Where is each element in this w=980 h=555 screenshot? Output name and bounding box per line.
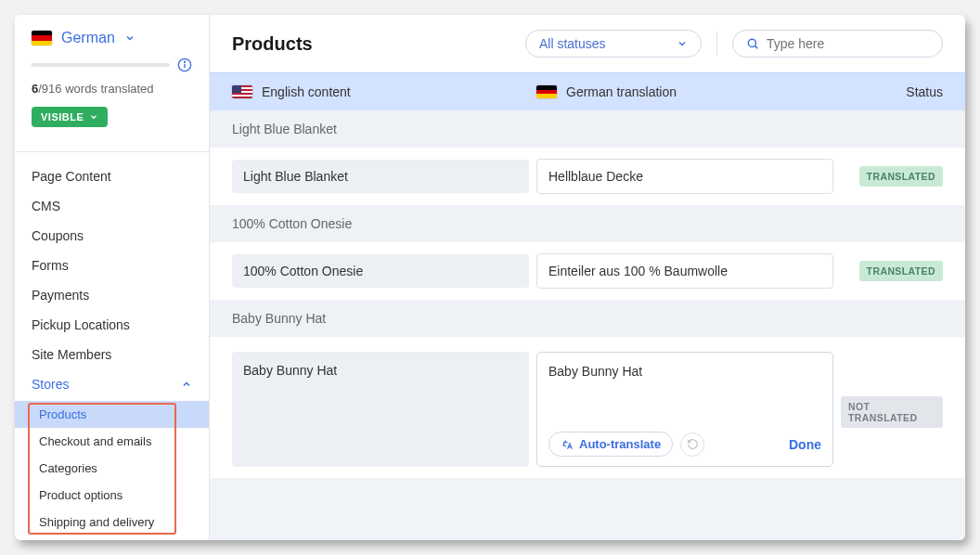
visibility-toggle[interactable]: VISIBLE: [32, 107, 108, 127]
sidebar-item-payments[interactable]: Payments: [15, 280, 209, 310]
subnav-item-products[interactable]: Products: [15, 401, 209, 428]
main-area: Products All statuses English content: [210, 15, 965, 540]
status-badge: NOT TRANSLATED: [841, 396, 943, 428]
search-input[interactable]: [767, 36, 929, 51]
done-button[interactable]: Done: [789, 437, 821, 452]
language-header: German 6/916 words translated VISIBLE: [15, 15, 209, 138]
progress-row: [32, 58, 192, 72]
subnav-item-categories[interactable]: Categories: [15, 455, 209, 482]
sidebar-item-pickup-locations[interactable]: Pickup Locations: [15, 310, 209, 340]
info-icon[interactable]: [177, 58, 192, 72]
subnav-item-shipping[interactable]: Shipping and delivery: [15, 509, 209, 536]
col-english: English content: [232, 84, 529, 99]
group-header: Baby Bunny Hat: [210, 300, 965, 337]
sidebar-item-stores[interactable]: Stores: [15, 369, 209, 399]
sidebar-item-forms[interactable]: Forms: [15, 251, 209, 280]
editor-actions: Auto-translate Done: [548, 432, 821, 457]
chevron-up-icon: [181, 379, 192, 390]
svg-point-2: [184, 61, 185, 62]
visibility-label: VISIBLE: [41, 111, 84, 123]
stores-subnav: Products Checkout and emails Categories …: [15, 399, 209, 537]
language-selector[interactable]: German: [32, 30, 192, 46]
source-text: Baby Bunny Hat: [232, 352, 529, 467]
subnav-item-product-options[interactable]: Product options: [15, 482, 209, 509]
target-input[interactable]: Hellblaue Decke: [536, 159, 833, 194]
search-box[interactable]: [732, 30, 943, 58]
status-filter-label: All statuses: [539, 36, 606, 51]
words-total: 916: [42, 82, 62, 96]
target-input[interactable]: Einteiler aus 100 % Baumwolle: [536, 253, 833, 289]
status-cell: TRANSLATED: [841, 261, 943, 281]
col-german-label: German translation: [566, 84, 677, 99]
app-window: German 6/916 words translated VISIBLE: [15, 15, 965, 540]
col-german: German translation: [536, 84, 833, 99]
divider: [716, 32, 717, 56]
search-icon: [746, 37, 759, 50]
col-status-label: Status: [841, 84, 943, 99]
col-english-label: English content: [262, 84, 351, 99]
translation-row: Light Blue Blanket Hellblaue Decke TRANS…: [210, 148, 965, 205]
progress-fill: [32, 63, 32, 67]
chevron-down-icon: [89, 112, 98, 122]
auto-translate-label: Auto-translate: [579, 437, 661, 451]
topbar: Products All statuses: [210, 15, 965, 72]
sidebar-nav: Page Content CMS Coupons Forms Payments …: [15, 152, 209, 540]
chevron-down-icon: [677, 38, 688, 49]
revert-button[interactable]: [680, 432, 704, 457]
stores-label: Stores: [32, 377, 69, 392]
flag-de-icon: [32, 31, 52, 45]
words-translated: 6/916 words translated: [32, 82, 192, 96]
target-text[interactable]: Baby Bunny Hat: [548, 364, 821, 424]
sidebar-item-cms[interactable]: CMS: [15, 191, 209, 221]
sidebar-item-coupons[interactable]: Coupons: [15, 221, 209, 251]
language-name: German: [61, 30, 115, 46]
words-done: 6: [32, 82, 38, 96]
page-title: Products: [232, 33, 510, 55]
translation-row: 100% Cotton Onesie Einteiler aus 100 % B…: [210, 242, 965, 300]
undo-icon: [687, 438, 699, 450]
svg-line-4: [755, 46, 758, 49]
flag-us-icon: [232, 85, 252, 98]
sidebar: German 6/916 words translated VISIBLE: [15, 15, 210, 540]
sidebar-item-page-content[interactable]: Page Content: [15, 161, 209, 191]
translation-row-editing: Baby Bunny Hat Baby Bunny Hat Auto-trans…: [210, 337, 965, 478]
group-header: Light Blue Blanket: [210, 110, 965, 148]
chevron-down-icon: [124, 32, 135, 44]
translate-icon: [561, 438, 574, 451]
subnav-item-checkout[interactable]: Checkout and emails: [15, 428, 209, 455]
source-text: Light Blue Blanket: [232, 160, 529, 193]
columns-header: English content German translation Statu…: [210, 72, 965, 110]
status-cell: TRANSLATED: [841, 166, 943, 187]
status-badge: TRANSLATED: [859, 166, 943, 187]
sidebar-item-site-members[interactable]: Site Members: [15, 340, 209, 369]
status-badge: TRANSLATED: [859, 261, 943, 281]
flag-de-icon: [536, 85, 557, 98]
auto-translate-button[interactable]: Auto-translate: [548, 432, 673, 457]
status-cell: NOT TRANSLATED: [841, 352, 943, 428]
progress-bar: [32, 63, 170, 67]
content-scroll[interactable]: Light Blue Blanket Light Blue Blanket He…: [210, 110, 965, 540]
group-header: 100% Cotton Onesie: [210, 205, 965, 242]
status-filter[interactable]: All statuses: [525, 30, 702, 58]
source-text: 100% Cotton Onesie: [232, 254, 529, 288]
target-editor[interactable]: Baby Bunny Hat Auto-translate Done: [536, 352, 833, 467]
words-suffix: words translated: [65, 82, 153, 96]
svg-point-3: [748, 39, 755, 46]
